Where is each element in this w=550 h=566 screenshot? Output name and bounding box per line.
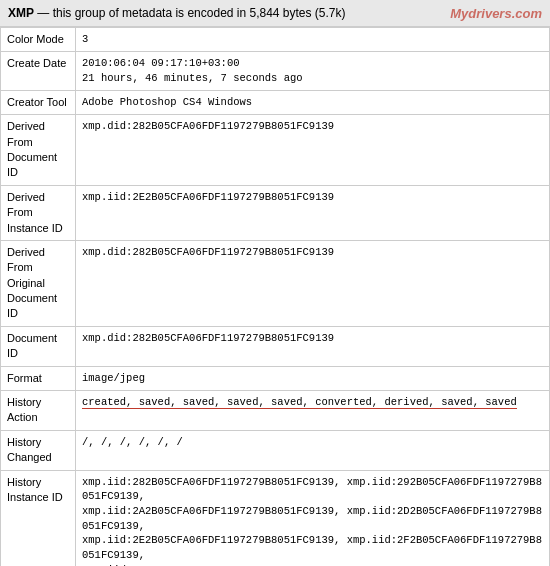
table-row: Derived From Document IDxmp.did:282B05CF… <box>1 115 550 186</box>
table-row: Derived From Instance IDxmp.iid:2E2B05CF… <box>1 185 550 240</box>
row-label: Creator Tool <box>1 90 76 114</box>
table-row: Creator ToolAdobe Photoshop CS4 Windows <box>1 90 550 114</box>
row-value: created, saved, saved, saved, saved, con… <box>76 391 550 431</box>
row-value: 3 <box>76 28 550 52</box>
row-value: xmp.iid:282B05CFA06FDF1197279B8051FC9139… <box>76 470 550 566</box>
metadata-table: Color Mode3Create Date2010:06:04 09:17:1… <box>0 27 550 566</box>
watermark: Mydrivers.com <box>450 6 542 21</box>
header-title: XMP — this group of metadata is encoded … <box>8 6 346 20</box>
table-row: Formatimage/jpeg <box>1 366 550 390</box>
row-value: Adobe Photoshop CS4 Windows <box>76 90 550 114</box>
header: XMP — this group of metadata is encoded … <box>0 0 550 27</box>
row-label: Document ID <box>1 326 76 366</box>
row-label: Color Mode <box>1 28 76 52</box>
table-row: Document IDxmp.did:282B05CFA06FDF1197279… <box>1 326 550 366</box>
row-value: xmp.did:282B05CFA06FDF1197279B8051FC9139 <box>76 240 550 326</box>
row-label: History Instance ID <box>1 470 76 566</box>
row-label: History Action <box>1 391 76 431</box>
row-value: image/jpeg <box>76 366 550 390</box>
row-label: Create Date <box>1 52 76 90</box>
table-row: History Instance IDxmp.iid:282B05CFA06FD… <box>1 470 550 566</box>
row-label: Format <box>1 366 76 390</box>
table-row: Color Mode3 <box>1 28 550 52</box>
table-row: History Actioncreated, saved, saved, sav… <box>1 391 550 431</box>
row-label: Derived From Instance ID <box>1 185 76 240</box>
row-value: 2010:06:04 09:17:10+03:0021 hours, 46 mi… <box>76 52 550 90</box>
row-value: xmp.did:282B05CFA06FDF1197279B8051FC9139 <box>76 115 550 186</box>
table-row: Create Date2010:06:04 09:17:10+03:0021 h… <box>1 52 550 90</box>
row-label: Derived From Document ID <box>1 115 76 186</box>
row-label: History Changed <box>1 430 76 470</box>
table-row: History Changed/, /, /, /, /, / <box>1 430 550 470</box>
row-value: xmp.did:282B05CFA06FDF1197279B8051FC9139 <box>76 326 550 366</box>
row-value: /, /, /, /, /, / <box>76 430 550 470</box>
table-row: Derived From Original Document IDxmp.did… <box>1 240 550 326</box>
row-value: xmp.iid:2E2B05CFA06FDF1197279B8051FC9139 <box>76 185 550 240</box>
row-label: Derived From Original Document ID <box>1 240 76 326</box>
